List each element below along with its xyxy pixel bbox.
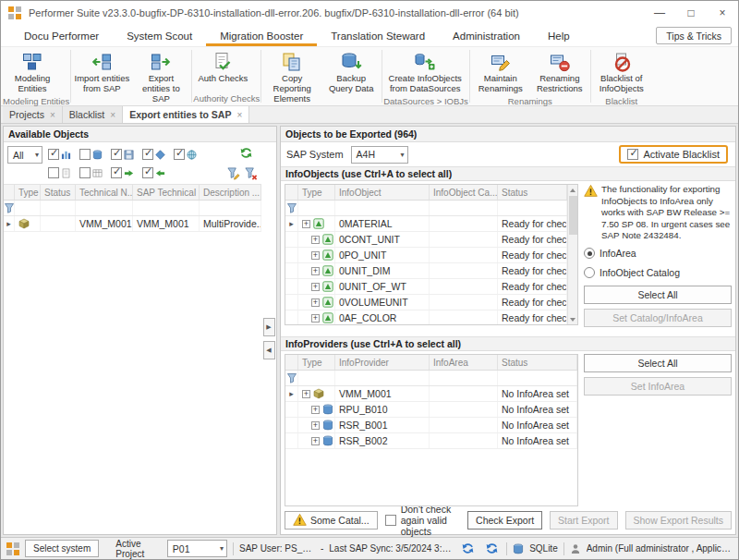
renaming-restrictions-button[interactable]: Renaming Restrictions bbox=[530, 49, 589, 96]
ribbon-tab-system-scout[interactable]: System Scout bbox=[113, 25, 206, 46]
import-entities-button[interactable]: Import entities from SAP bbox=[72, 49, 131, 96]
sap-system-dropdown[interactable]: A4H ▾ bbox=[351, 146, 408, 164]
clear-filter-icon[interactable] bbox=[244, 166, 258, 180]
filter-row[interactable] bbox=[285, 201, 567, 216]
ribbon-tab-migration-booster[interactable]: Migration Booster bbox=[206, 25, 317, 46]
some-catalogs-button[interactable]: Some Catal... bbox=[285, 511, 378, 530]
column-header-infoarea[interactable]: InfoArea bbox=[430, 355, 498, 370]
expand-icon[interactable]: + bbox=[311, 421, 320, 430]
auth-checks-button[interactable]: Auth Checks bbox=[193, 49, 252, 86]
checkbox[interactable] bbox=[142, 167, 153, 178]
type-filter-dropdown[interactable]: All ▾ bbox=[7, 146, 42, 164]
infoprovider-row[interactable]: ▸ + VMM_M001 No InfoArea set bbox=[285, 386, 577, 402]
show-export-results-button[interactable]: Show Export Results bbox=[625, 511, 732, 530]
infoprovider-row[interactable]: + RSR_B002 No InfoArea set bbox=[285, 433, 577, 449]
select-system-button[interactable]: Select system bbox=[25, 540, 99, 557]
type-filter-option[interactable] bbox=[111, 167, 134, 178]
expand-icon[interactable]: + bbox=[311, 437, 320, 445]
edit-filter-icon[interactable] bbox=[226, 166, 240, 180]
expand-icon[interactable]: + bbox=[302, 390, 310, 398]
active-project-dropdown[interactable]: P01 ▾ bbox=[167, 540, 227, 557]
checkbox[interactable] bbox=[111, 167, 122, 178]
type-filter-option[interactable] bbox=[142, 149, 165, 160]
filter-row[interactable] bbox=[4, 201, 261, 216]
tab-close-icon[interactable]: × bbox=[236, 110, 242, 120]
checkbox[interactable] bbox=[48, 149, 59, 160]
tab-blacklist[interactable]: Blacklist × bbox=[63, 106, 123, 123]
ribbon-tab-help[interactable]: Help bbox=[534, 25, 584, 46]
expand-icon[interactable]: + bbox=[311, 267, 320, 275]
set-catalog-infoarea-button[interactable]: Set Catalog/InfoArea bbox=[584, 309, 732, 327]
refresh-sap-data-button[interactable] bbox=[458, 540, 477, 558]
activate-blacklist-checkbox[interactable] bbox=[627, 149, 638, 160]
tab-close-icon[interactable]: × bbox=[50, 110, 55, 120]
expand-icon[interactable]: + bbox=[311, 314, 320, 323]
maximize-button[interactable]: □ bbox=[675, 1, 707, 25]
grid-header[interactable]: Type Status Technical N... SAP Technical… bbox=[4, 185, 261, 201]
infoobject-row[interactable]: + 0UNIT_DIM Ready for check bbox=[285, 263, 567, 279]
column-header-type[interactable]: Type bbox=[298, 355, 335, 370]
column-header-infoobject-catalog[interactable]: InfoObject Ca... bbox=[430, 185, 498, 200]
tips-and-tricks-button[interactable]: Tips & Tricks bbox=[656, 27, 732, 44]
checkbox[interactable] bbox=[48, 167, 59, 178]
maintain-renamings-button[interactable]: Maintain Renamings bbox=[471, 49, 530, 96]
ribbon-tab-docu-performer[interactable]: Docu Performer bbox=[10, 25, 113, 46]
radio-button[interactable] bbox=[584, 248, 595, 259]
type-filter-option[interactable] bbox=[48, 167, 71, 178]
expand-icon[interactable]: + bbox=[311, 251, 320, 260]
infoobject-row[interactable]: + 0PO_UNIT Ready for check bbox=[285, 248, 567, 263]
column-header-status[interactable]: Status bbox=[498, 355, 577, 370]
infoprovider-row[interactable]: + RSR_B001 No InfoArea set bbox=[285, 418, 577, 433]
column-header-infoprovider[interactable]: InfoProvider bbox=[335, 355, 430, 370]
backup-query-data-button[interactable]: Backup Query Data bbox=[321, 49, 381, 96]
checkbox[interactable] bbox=[79, 167, 91, 178]
radio-infoarea[interactable]: InfoArea bbox=[584, 246, 732, 262]
infoobject-row[interactable]: ▸ + 0MATERIAL Ready for check bbox=[285, 216, 567, 232]
type-filter-option[interactable] bbox=[142, 167, 165, 178]
scroll-down-icon[interactable] bbox=[568, 314, 578, 324]
column-header-technical-name[interactable]: Technical N... bbox=[76, 185, 133, 200]
select-all-infoobjects-button[interactable]: Select All bbox=[584, 286, 732, 304]
infoprovider-row[interactable]: + RPU_B010 No InfoArea set bbox=[285, 402, 577, 418]
tab-export-entities[interactable]: Export entities to SAP × bbox=[123, 106, 249, 123]
checkbox[interactable] bbox=[142, 149, 153, 160]
infoobject-row[interactable]: + 0AF_COLOR Ready for check bbox=[285, 310, 567, 325]
type-filter-option[interactable] bbox=[79, 167, 103, 178]
refresh-objects-button[interactable] bbox=[239, 146, 256, 163]
expand-icon[interactable]: + bbox=[311, 406, 320, 414]
blacklist-infoobjects-button[interactable]: Blacklist of InfoObjects bbox=[592, 49, 651, 96]
minimize-button[interactable]: — bbox=[644, 1, 675, 25]
grid-header[interactable]: Type InfoObject InfoObject Ca... Status bbox=[285, 185, 567, 201]
start-export-button[interactable]: Start Export bbox=[550, 511, 617, 530]
type-filter-option[interactable] bbox=[79, 149, 103, 160]
move-right-button[interactable]: ▶ bbox=[263, 318, 275, 336]
filter-row[interactable] bbox=[285, 371, 577, 386]
checkbox[interactable] bbox=[385, 515, 396, 526]
column-header-type[interactable]: Type bbox=[298, 185, 335, 200]
radio-button[interactable] bbox=[584, 267, 595, 278]
ribbon-tab-administration[interactable]: Administration bbox=[439, 25, 534, 46]
expand-icon[interactable]: + bbox=[311, 236, 320, 244]
tab-close-icon[interactable]: × bbox=[110, 110, 115, 120]
copy-reporting-elements-button[interactable]: Copy Reporting Elements bbox=[262, 49, 321, 106]
set-infoarea-button[interactable]: Set InfoArea bbox=[584, 377, 732, 396]
column-header-status[interactable]: Status bbox=[498, 185, 567, 200]
infoobject-row[interactable]: + 0UNIT_OF_WT Ready for check bbox=[285, 279, 567, 295]
close-button[interactable]: × bbox=[707, 1, 738, 25]
infoobject-row[interactable]: + 0VOLUMEUNIT Ready for check bbox=[285, 295, 567, 310]
checkbox[interactable] bbox=[79, 149, 91, 160]
checkbox[interactable] bbox=[174, 149, 185, 160]
infoobject-row[interactable]: + 0CONT_UNIT Ready for check bbox=[285, 232, 567, 248]
dont-check-again-checkbox[interactable]: Don't check again valid objects bbox=[385, 504, 453, 537]
vertical-scrollbar[interactable] bbox=[567, 185, 577, 324]
column-header-description[interactable]: Description ... bbox=[200, 185, 261, 200]
ribbon-tab-translation-steward[interactable]: Translation Steward bbox=[317, 25, 439, 46]
column-header-status[interactable]: Status bbox=[41, 185, 76, 200]
expand-icon[interactable]: + bbox=[311, 283, 320, 291]
checkbox[interactable] bbox=[111, 149, 122, 160]
export-entities-button[interactable]: Export entities to SAP bbox=[131, 49, 190, 106]
expand-icon[interactable]: + bbox=[311, 298, 320, 307]
select-all-infoproviders-button[interactable]: Select All bbox=[584, 354, 732, 372]
tab-projects[interactable]: Projects × bbox=[3, 106, 63, 123]
type-filter-option[interactable] bbox=[48, 149, 71, 160]
